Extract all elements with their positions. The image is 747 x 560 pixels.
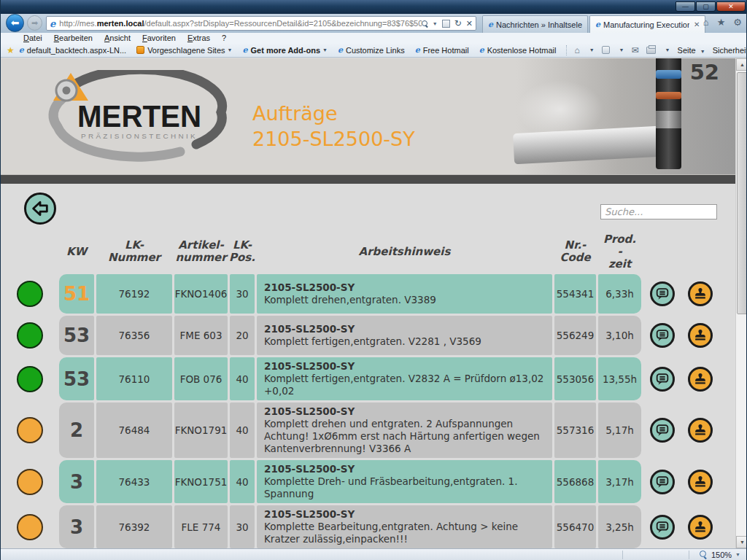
prod-zeit-cell: 3,10h (598, 316, 641, 355)
speech-bubble-icon (654, 371, 670, 387)
menu-help[interactable]: ? (217, 34, 231, 42)
scrollbar-thumb[interactable] (737, 72, 747, 314)
status-indicator (17, 417, 43, 443)
stamp-icon (692, 327, 708, 343)
close-button[interactable]: ✕ (716, 1, 746, 12)
address-bar[interactable]: e http://mes.merten.local/default.aspx?s… (46, 16, 476, 31)
command-seite[interactable]: Seite ▼ (678, 46, 705, 55)
table-row: 3 76433 FKNO1751 40 2105-SL2500-SYKomple… (1, 460, 735, 503)
nr-code-cell: 553056 (554, 357, 596, 400)
scrollbar-down-icon[interactable]: ▼ (736, 536, 747, 548)
printer-icon[interactable] (646, 47, 656, 54)
favorite-free-hotmail[interactable]: e Free Hotmail (415, 45, 469, 55)
ie-icon: e (338, 45, 343, 55)
arbeitshinweis-cell: 2105-SL2500-SYKomplett drehen,entgraten.… (257, 274, 552, 314)
forward-nav-button[interactable]: ➡ (27, 15, 42, 31)
kw-cell: 2 (59, 402, 94, 458)
favorite-customize-links[interactable]: e Customize Links (338, 45, 405, 55)
kw-cell: 3 (59, 460, 94, 503)
menu-favoriten[interactable]: Favoriten (137, 34, 181, 42)
home-icon[interactable]: ⌂ (703, 17, 709, 28)
header-prod-zeit: Prod. - zeit (598, 232, 641, 271)
arbeitshinweis-cell: 2105-SL2500-SYKomplette Dreh- und Fräsbe… (257, 460, 552, 503)
rss-feed-icon[interactable] (602, 46, 610, 54)
back-nav-button[interactable]: ⬅ (6, 14, 24, 32)
speech-bubble-icon (654, 286, 670, 302)
stamp-button[interactable] (688, 323, 713, 348)
minimize-button[interactable]: — (676, 1, 695, 12)
menu-extras[interactable]: Extras (182, 34, 215, 42)
comment-button[interactable] (650, 367, 675, 392)
scrollbar-up-icon[interactable]: ▲ (736, 58, 747, 71)
search-icon[interactable] (422, 20, 428, 27)
table-row: 3 76392 FLE 774 30 2105-SL2500-SYKomplet… (1, 505, 735, 548)
mail-icon[interactable]: ✉ (632, 45, 639, 55)
speech-bubble-icon (654, 422, 670, 438)
page-content: MERTEN PRÄZISIONSTECHNIK Aufträge 2105-S… (1, 58, 747, 548)
comment-button[interactable] (650, 281, 675, 306)
zoom-control[interactable]: 150% ▼ (689, 551, 747, 559)
favorite-get-more-addons[interactable]: e Get more Add-ons▼ (242, 45, 327, 55)
stamp-button[interactable] (688, 515, 713, 540)
compatibility-view-icon[interactable] (442, 20, 450, 28)
add-favorite-star-icon[interactable]: ★ (7, 45, 15, 55)
arbeitshinweis-cell: 2105-SL2500-SYKomplette Bearbeitung,entg… (257, 505, 552, 548)
stop-icon[interactable]: ✕ (466, 19, 473, 28)
logo-brand: MERTEN (77, 99, 201, 133)
stamp-button[interactable] (688, 470, 713, 494)
stamp-button[interactable] (688, 281, 713, 306)
comment-button[interactable] (650, 515, 675, 540)
nr-code-cell: 556470 (554, 505, 596, 548)
arbeitshinweis-cell: 2105-SL2500-SYKomplett fertigen,entgrate… (257, 357, 552, 400)
menu-datei[interactable]: Datei (18, 34, 47, 42)
table-rows: 51 76192 FKNO1406 30 2105-SL2500-SYKompl… (1, 274, 735, 548)
comment-button[interactable] (650, 418, 675, 443)
speech-bubble-icon (654, 519, 670, 535)
header-kw: KW (59, 232, 94, 271)
speech-bubble-icon (654, 474, 670, 490)
restore-button[interactable]: ▢ (696, 1, 716, 12)
lk-pos-cell: 30 (230, 274, 255, 314)
prod-zeit-cell: 5,17h (598, 402, 641, 458)
tab-nachrichten[interactable]: e Nachrichten » Inhaltselement I... (482, 15, 588, 33)
settings-gear-icon[interactable]: ⚙ (733, 17, 742, 28)
tab-mes[interactable]: e Manufacturing Execution S... ✕ (589, 15, 705, 33)
window-titlebar: — ▢ ✕ (1, 0, 747, 14)
stamp-button[interactable] (688, 418, 713, 443)
zoom-magnifier-icon (700, 551, 708, 559)
week-number: 52 (690, 60, 719, 85)
nr-code-cell: 557316 (554, 402, 596, 458)
status-bar: 150% ▼ (1, 548, 747, 560)
lk-nummer-cell: 76110 (96, 357, 172, 400)
comment-button[interactable] (650, 323, 675, 348)
menu-bearbeiten[interactable]: Bearbeiten (49, 34, 98, 42)
menu-ansicht[interactable]: Ansicht (99, 34, 136, 42)
favorite-vorgeschlagene-sites[interactable]: Vorgeschlagene Sites▼ (136, 46, 232, 55)
refresh-icon[interactable]: ↻ (454, 18, 462, 28)
status-indicator (17, 514, 43, 540)
table-row: 53 76110 FOB 076 40 2105-SL2500-SYKomple… (1, 357, 735, 400)
kw-cell: 51 (59, 274, 94, 314)
arbeitshinweis-cell: 2105-SL2500-SYKomplett drehen und entgra… (257, 402, 552, 458)
artikel-nummer-cell: FKNO1751 (174, 460, 228, 503)
zoom-dropdown-icon[interactable]: ▼ (735, 552, 740, 557)
favorite-default-backtech[interactable]: e default_backtech.aspx-LN... (19, 45, 126, 55)
artikel-nummer-cell: FLE 774 (174, 505, 228, 548)
header-banner: MERTEN PRÄZISIONSTECHNIK Aufträge 2105-S… (1, 58, 735, 175)
artikel-nummer-cell: FKNO1791 (174, 402, 228, 458)
search-dropdown-icon[interactable]: ▼ (433, 21, 438, 26)
back-button[interactable] (24, 192, 56, 225)
search-input[interactable] (600, 204, 717, 219)
home-icon[interactable]: ⌂ (574, 45, 579, 55)
favorite-kostenlose-hotmail[interactable]: e Kostenlose Hotmail (479, 45, 557, 55)
page-scrollbar[interactable]: ▲ ▼ (735, 58, 747, 548)
tab-close-icon[interactable]: ✕ (694, 20, 700, 28)
back-arrow-icon (30, 198, 50, 219)
command-sicherheit[interactable]: Sicherheit ▼ (713, 46, 747, 55)
favorites-star-icon[interactable]: ★ (717, 17, 726, 28)
nr-code-cell: 556249 (554, 316, 596, 355)
comment-button[interactable] (650, 470, 675, 494)
lk-nummer-cell: 76484 (96, 402, 172, 458)
lk-pos-cell: 30 (230, 505, 255, 548)
stamp-button[interactable] (688, 367, 713, 392)
